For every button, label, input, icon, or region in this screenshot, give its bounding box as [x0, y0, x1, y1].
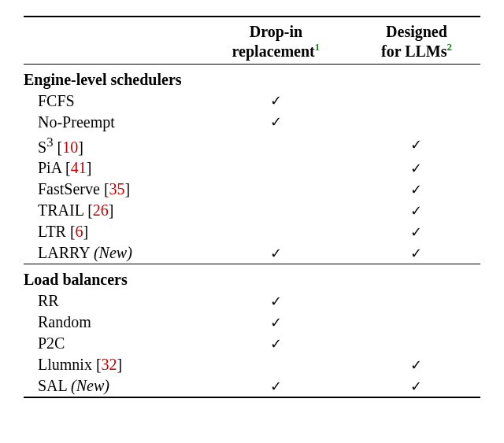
- row-name: RR: [24, 290, 199, 312]
- dropin-cell: ✓: [199, 333, 353, 354]
- header-dropin-line2: replacement: [232, 42, 315, 60]
- table-row: LTR [6]✓: [24, 221, 480, 242]
- llm-cell: [353, 312, 480, 333]
- check-icon: ✓: [270, 93, 282, 109]
- table-row: S3 [10]✓: [24, 133, 480, 158]
- table-row: Random✓: [24, 312, 480, 333]
- citation[interactable]: 41: [71, 159, 87, 176]
- row-name: LTR [6]: [24, 221, 199, 242]
- table-row: No-Preempt✓: [24, 112, 480, 133]
- citation[interactable]: 10: [62, 138, 78, 155]
- new-label: (New): [94, 244, 132, 261]
- citation[interactable]: 35: [109, 180, 125, 198]
- header-llm-line2: for LLMs: [381, 42, 447, 60]
- header-llm-line1: Designed: [386, 23, 447, 40]
- section-header: Load balancers: [24, 264, 480, 290]
- check-icon: ✓: [410, 182, 422, 198]
- row-name: FCFS: [24, 90, 199, 112]
- llm-cell: ✓: [353, 221, 480, 242]
- header-blank: [24, 17, 199, 64]
- table-row: Llumnix [32]✓: [24, 354, 480, 375]
- citation[interactable]: 32: [102, 356, 117, 373]
- table-row: PiA [41]✓: [24, 157, 480, 179]
- table-body: Engine-level schedulersFCFS✓No-Preempt✓S…: [24, 64, 480, 397]
- llm-cell: ✓: [353, 133, 480, 158]
- row-name: SAL (New): [24, 375, 199, 397]
- new-label: (New): [71, 377, 109, 394]
- check-icon: ✓: [410, 203, 422, 219]
- header-dropin-sup: 1: [315, 41, 321, 53]
- table-row: P2C✓: [24, 333, 480, 354]
- row-name: Random: [24, 312, 199, 333]
- dropin-cell: [199, 221, 353, 242]
- dropin-cell: [199, 133, 353, 158]
- row-name: No-Preempt: [24, 112, 199, 133]
- llm-cell: [353, 112, 480, 133]
- row-name: LARRY (New): [24, 242, 199, 264]
- header-dropin: Drop-in replacement1: [199, 17, 353, 64]
- header-llm-sup: 2: [447, 41, 452, 53]
- llm-cell: [353, 90, 480, 112]
- row-name: PiA [41]: [24, 157, 199, 179]
- check-icon: ✓: [270, 245, 282, 261]
- check-icon: ✓: [410, 245, 422, 261]
- citation[interactable]: 26: [93, 201, 109, 219]
- check-icon: ✓: [270, 378, 282, 394]
- check-icon: ✓: [410, 357, 422, 373]
- row-name: FastServe [35]: [24, 179, 199, 200]
- dropin-cell: [199, 179, 353, 200]
- row-name: S3 [10]: [24, 133, 199, 158]
- dropin-cell: ✓: [199, 112, 353, 133]
- header-dropin-line1: Drop-in: [250, 23, 302, 40]
- llm-cell: ✓: [353, 157, 480, 179]
- dropin-cell: [199, 354, 353, 375]
- check-icon: ✓: [270, 315, 282, 330]
- llm-cell: [353, 333, 480, 354]
- llm-cell: ✓: [353, 354, 480, 375]
- table-row: LARRY (New)✓✓: [24, 242, 480, 264]
- row-name: TRAIL [26]: [24, 200, 199, 221]
- table-row: FastServe [35]✓: [24, 179, 480, 200]
- check-icon: ✓: [410, 224, 422, 240]
- section-header: Engine-level schedulers: [24, 64, 480, 90]
- check-icon: ✓: [270, 336, 282, 352]
- citation[interactable]: 6: [76, 223, 83, 240]
- dropin-cell: ✓: [199, 290, 353, 312]
- check-icon: ✓: [410, 378, 422, 394]
- header-llm: Designed for LLMs2: [353, 17, 480, 64]
- check-icon: ✓: [410, 137, 422, 153]
- llm-cell: [353, 290, 480, 312]
- table-row: TRAIL [26]✓: [24, 200, 480, 221]
- row-name: P2C: [24, 333, 199, 354]
- comparison-table: Drop-in replacement1 Designed for LLMs2 …: [24, 16, 480, 398]
- check-icon: ✓: [270, 293, 282, 309]
- row-name: Llumnix [32]: [24, 354, 199, 375]
- llm-cell: ✓: [353, 200, 480, 221]
- check-icon: ✓: [410, 161, 422, 176]
- dropin-cell: ✓: [199, 90, 353, 112]
- check-icon: ✓: [270, 114, 282, 130]
- header-row: Drop-in replacement1 Designed for LLMs2: [24, 17, 480, 64]
- table-row: FCFS✓: [24, 90, 480, 112]
- section-title: Engine-level schedulers: [24, 64, 480, 90]
- llm-cell: ✓: [353, 375, 480, 397]
- dropin-cell: [199, 200, 353, 221]
- table-row: SAL (New)✓✓: [24, 375, 480, 397]
- section-title: Load balancers: [24, 264, 480, 290]
- dropin-cell: ✓: [199, 242, 353, 264]
- llm-cell: ✓: [353, 179, 480, 200]
- table-row: RR✓: [24, 290, 480, 312]
- dropin-cell: ✓: [199, 312, 353, 333]
- dropin-cell: [199, 157, 353, 179]
- dropin-cell: ✓: [199, 375, 353, 397]
- llm-cell: ✓: [353, 242, 480, 264]
